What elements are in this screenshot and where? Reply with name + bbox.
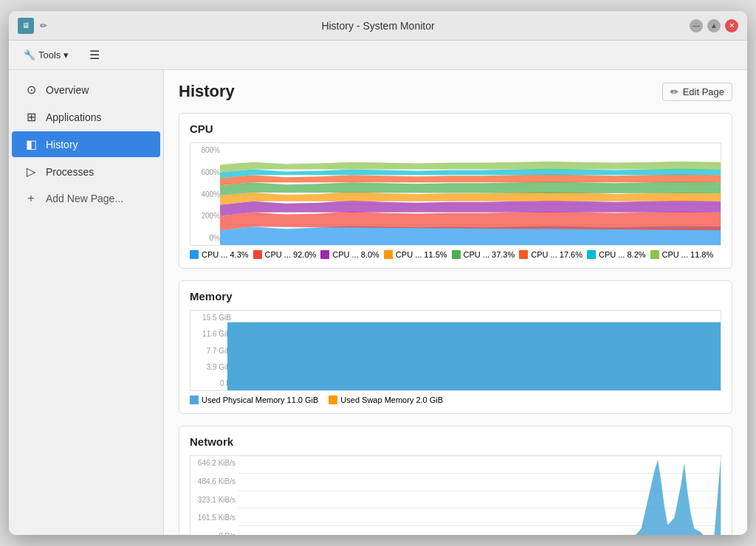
app-window: 🖥 ✏ History - System Monitor — ▲ ✕ 🔧 Too… [9, 11, 747, 535]
edit-page-button[interactable]: ✏ Edit Page [662, 83, 732, 101]
legend-color [253, 250, 262, 259]
legend-item: CPU ... 11.5% [384, 250, 447, 259]
history-icon: ◧ [24, 137, 38, 151]
memory-chart-svg [227, 311, 721, 390]
legend-item: CPU ... 11.8% [650, 250, 714, 259]
legend-item: CPU ... 8.2% [587, 250, 646, 259]
network-chart: 646.2 KiB/s 484.6 KiB/s 323.1 KiB/s 161.… [190, 455, 721, 535]
window-title: History - System Monitor [321, 20, 434, 32]
content-area: History ✏ Edit Page CPU 800% 600% 400% [164, 70, 747, 535]
legend-label: CPU ... 92.0% [265, 250, 317, 259]
legend-item: CPU ... 4.3% [190, 250, 249, 259]
titlebar: 🖥 ✏ History - System Monitor — ▲ ✕ [9, 11, 747, 41]
sidebar: ⊙ Overview ⊞ Applications ◧ History ▷ Pr… [9, 70, 164, 535]
net-y-label: 323.1 KiB/s [192, 496, 236, 504]
network-title: Network [190, 435, 721, 448]
mem-y-label: 0 B [192, 379, 231, 387]
legend-label: CPU ... 11.5% [396, 250, 447, 259]
tools-icon: 🔧 [24, 49, 35, 61]
memory-legend: Used Physical Memory 11.0 GiB Used Swap … [190, 395, 721, 404]
network-chart-svg [238, 456, 721, 535]
app-icon: 🖥 [18, 18, 34, 34]
legend-color [650, 250, 659, 259]
network-chart-container: 646.2 KiB/s 484.6 KiB/s 323.1 KiB/s 161.… [190, 455, 721, 535]
memory-chart-container: 15.5 GiB 11.6 GiB 7.7 GiB 3.9 GiB 0 B [190, 310, 721, 404]
sidebar-item-label: Processes [46, 166, 94, 178]
page-header: History ✏ Edit Page [179, 82, 732, 101]
svg-marker-25 [238, 460, 721, 535]
memory-chart: 15.5 GiB 11.6 GiB 7.7 GiB 3.9 GiB 0 B [190, 310, 721, 391]
legend-label: Used Swap Memory 2.0 GiB [340, 395, 443, 404]
cpu-y-label: 0% [192, 234, 220, 242]
cpu-y-label: 800% [192, 146, 220, 154]
close-button[interactable]: ✕ [725, 19, 738, 32]
sidebar-item-label: Applications [46, 111, 102, 123]
page-title: History [179, 82, 235, 101]
legend-item: CPU ... 8.0% [320, 250, 379, 259]
legend-item: CPU ... 92.0% [253, 250, 317, 259]
mem-y-label: 15.5 GiB [192, 314, 231, 322]
svg-marker-7 [220, 212, 721, 231]
memory-section: Memory 15.5 GiB 11.6 GiB 7.7 GiB 3.9 GiB… [179, 280, 732, 414]
legend-color [190, 395, 199, 404]
window-controls: — ▲ ✕ [690, 19, 738, 32]
sidebar-item-add[interactable]: + Add New Page... [12, 186, 160, 211]
titlebar-left-icons: 🖥 ✏ [18, 18, 53, 34]
legend-color [190, 250, 199, 259]
network-section: Network 646.2 KiB/s 484.6 KiB/s 323.1 Ki… [179, 426, 732, 535]
net-y-label: 0 B/s [192, 532, 236, 535]
tools-dropdown-icon: ▾ [63, 49, 69, 61]
add-icon: + [24, 192, 38, 205]
cpu-y-label: 600% [192, 168, 220, 176]
edit-page-label: Edit Page [683, 86, 724, 97]
main-content: ⊙ Overview ⊞ Applications ◧ History ▷ Pr… [9, 70, 747, 535]
cpu-chart-svg [220, 143, 721, 245]
sidebar-item-processes[interactable]: ▷ Processes [12, 159, 160, 184]
legend-color [452, 250, 461, 259]
mem-y-label: 3.9 GiB [192, 363, 231, 371]
cpu-chart: 800% 600% 400% 200% 0% [190, 142, 721, 246]
legend-item: CPU ... 37.3% [452, 250, 515, 259]
overview-icon: ⊙ [24, 83, 38, 97]
minimize-button[interactable]: — [690, 19, 703, 32]
pencil-icon: ✏ [40, 21, 47, 31]
net-y-label: 646.2 KiB/s [192, 459, 236, 467]
net-y-label: 161.5 KiB/s [192, 514, 236, 522]
toolbar: 🔧 Tools ▾ ☰ [9, 41, 747, 70]
legend-color [320, 250, 329, 259]
sidebar-item-overview[interactable]: ⊙ Overview [12, 77, 160, 103]
svg-rect-19 [227, 322, 721, 390]
legend-label: CPU ... 8.0% [332, 250, 379, 259]
network-y-labels: 646.2 KiB/s 484.6 KiB/s 323.1 KiB/s 161.… [190, 456, 238, 535]
cpu-y-label: 200% [192, 212, 220, 220]
cpu-chart-container: 800% 600% 400% 200% 0% [190, 142, 721, 259]
legend-color [587, 250, 596, 259]
sidebar-item-applications[interactable]: ⊞ Applications [12, 104, 160, 130]
maximize-button[interactable]: ▲ [707, 19, 721, 32]
cpu-legend: CPU ... 4.3% CPU ... 92.0% CPU ... 8.0% [190, 250, 721, 259]
sidebar-item-history[interactable]: ◧ History [12, 131, 160, 157]
legend-color [519, 250, 528, 259]
net-y-label: 484.6 KiB/s [192, 477, 236, 485]
legend-color [384, 250, 393, 259]
tools-button[interactable]: 🔧 Tools ▾ [18, 46, 75, 63]
memory-title: Memory [190, 290, 721, 303]
cpu-section: CPU 800% 600% 400% 200% 0% [179, 113, 732, 269]
sidebar-item-label: Overview [46, 84, 89, 96]
legend-item: Used Swap Memory 2.0 GiB [329, 395, 443, 404]
cpu-y-label: 400% [192, 190, 220, 198]
cpu-title: CPU [190, 122, 721, 135]
legend-item: Used Physical Memory 11.0 GiB [190, 395, 318, 404]
hamburger-button[interactable]: ☰ [83, 45, 106, 65]
mem-y-label: 7.7 GiB [192, 347, 231, 355]
processes-icon: ▷ [24, 165, 38, 179]
legend-label: CPU ... 37.3% [464, 250, 515, 259]
sidebar-item-label: History [46, 139, 78, 151]
legend-label: CPU ... 4.3% [202, 250, 249, 259]
applications-icon: ⊞ [24, 110, 38, 124]
legend-label: CPU ... 11.8% [662, 250, 714, 259]
legend-color [329, 395, 337, 404]
sidebar-item-label: Add New Page... [46, 193, 123, 204]
legend-label: Used Physical Memory 11.0 GiB [202, 395, 318, 404]
mem-y-label: 11.6 GiB [192, 330, 231, 338]
